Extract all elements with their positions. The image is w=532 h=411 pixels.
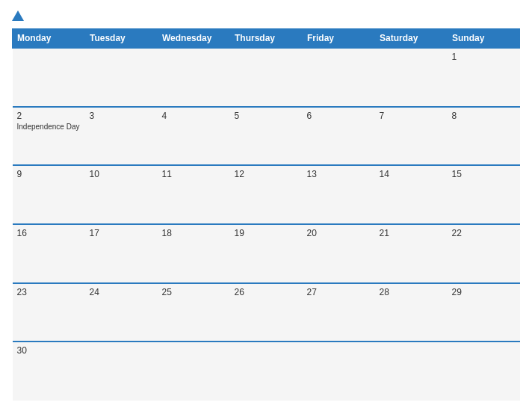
calendar-cell: 11: [158, 165, 230, 224]
day-number: 18: [162, 228, 226, 238]
day-number: 27: [307, 287, 371, 297]
day-number: 21: [380, 228, 443, 238]
calendar-cell: [85, 48, 158, 107]
calendar-cell: [158, 48, 230, 107]
day-number: 7: [380, 111, 443, 121]
calendar-cell: 13: [303, 165, 375, 224]
calendar-cell: 24: [85, 283, 158, 342]
calendar-week-1: 1: [13, 48, 520, 107]
day-number: 15: [452, 169, 516, 179]
calendar-cell: 28: [375, 283, 448, 342]
calendar-cell: 9: [13, 165, 85, 224]
day-number: 14: [380, 169, 443, 179]
calendar-cell: [303, 48, 375, 107]
day-number: 3: [90, 111, 153, 121]
calendar-cell: [230, 48, 303, 107]
weekday-header-saturday: Saturday: [375, 29, 448, 49]
calendar-cell: 2Independence Day: [13, 107, 85, 166]
day-number: 10: [90, 169, 153, 179]
calendar: MondayTuesdayWednesdayThursdayFridaySatu…: [12, 28, 520, 401]
calendar-week-5: 23242526272829: [13, 283, 520, 342]
calendar-cell: [303, 342, 375, 401]
calendar-cell: 16: [13, 224, 85, 283]
day-number: 11: [162, 169, 226, 179]
day-number: 20: [307, 228, 371, 238]
calendar-cell: 12: [230, 165, 303, 224]
day-number: 22: [452, 228, 516, 238]
calendar-cell: 22: [448, 224, 520, 283]
logo: [12, 10, 25, 21]
calendar-cell: 25: [158, 283, 230, 342]
calendar-cell: [230, 342, 303, 401]
day-number: 26: [235, 287, 298, 297]
day-number: 19: [235, 228, 298, 238]
calendar-cell: 19: [230, 224, 303, 283]
day-number: 2: [17, 111, 81, 121]
calendar-cell: 10: [85, 165, 158, 224]
day-number: 9: [17, 169, 81, 179]
day-number: 28: [380, 287, 443, 297]
weekday-header-tuesday: Tuesday: [85, 29, 158, 49]
calendar-cell: 17: [85, 224, 158, 283]
calendar-cell: 6: [303, 107, 375, 166]
weekday-header-friday: Friday: [303, 29, 375, 49]
weekday-header-sunday: Sunday: [448, 29, 520, 49]
calendar-cell: [158, 342, 230, 401]
weekday-header-wednesday: Wednesday: [158, 29, 230, 49]
calendar-cell: [448, 342, 520, 401]
calendar-cell: 27: [303, 283, 375, 342]
day-number: 12: [235, 169, 298, 179]
calendar-cell: 5: [230, 107, 303, 166]
calendar-cell: 20: [303, 224, 375, 283]
day-number: 25: [162, 287, 226, 297]
calendar-cell: 23: [13, 283, 85, 342]
day-number: 29: [452, 287, 516, 297]
calendar-week-2: 2Independence Day345678: [13, 107, 520, 166]
day-number: 23: [17, 287, 81, 297]
calendar-table: MondayTuesdayWednesdayThursdayFridaySatu…: [12, 28, 520, 401]
calendar-week-6: 30: [13, 342, 520, 401]
calendar-cell: [375, 342, 448, 401]
day-number: 8: [452, 111, 516, 121]
calendar-cell: [13, 48, 85, 107]
logo-blue-area: [12, 10, 25, 21]
calendar-cell: 3: [85, 107, 158, 166]
page: MondayTuesdayWednesdayThursdayFridaySatu…: [0, 0, 532, 411]
calendar-cell: 7: [375, 107, 448, 166]
day-number: 4: [162, 111, 226, 121]
header: [12, 10, 520, 21]
day-number: 13: [307, 169, 371, 179]
calendar-cell: 4: [158, 107, 230, 166]
day-number: 1: [452, 52, 516, 62]
day-number: 6: [307, 111, 371, 121]
calendar-cell: 30: [13, 342, 85, 401]
calendar-cell: 18: [158, 224, 230, 283]
calendar-cell: 1: [448, 48, 520, 107]
calendar-cell: 29: [448, 283, 520, 342]
day-number: 30: [17, 345, 81, 356]
logo-triangle-icon: [12, 10, 24, 21]
calendar-cell: 21: [375, 224, 448, 283]
calendar-cell: [375, 48, 448, 107]
day-number: 5: [235, 111, 298, 121]
calendar-week-3: 9101112131415: [13, 165, 520, 224]
calendar-cell: [85, 342, 158, 401]
calendar-cell: 26: [230, 283, 303, 342]
calendar-cell: 14: [375, 165, 448, 224]
weekday-header-thursday: Thursday: [230, 29, 303, 49]
calendar-week-4: 16171819202122: [13, 224, 520, 283]
holiday-label: Independence Day: [17, 123, 81, 131]
calendar-cell: 8: [448, 107, 520, 166]
weekday-header-monday: Monday: [13, 29, 85, 49]
weekday-header-row: MondayTuesdayWednesdayThursdayFridaySatu…: [13, 29, 520, 49]
day-number: 16: [17, 228, 81, 238]
day-number: 17: [90, 228, 153, 238]
calendar-cell: 15: [448, 165, 520, 224]
day-number: 24: [90, 287, 153, 297]
